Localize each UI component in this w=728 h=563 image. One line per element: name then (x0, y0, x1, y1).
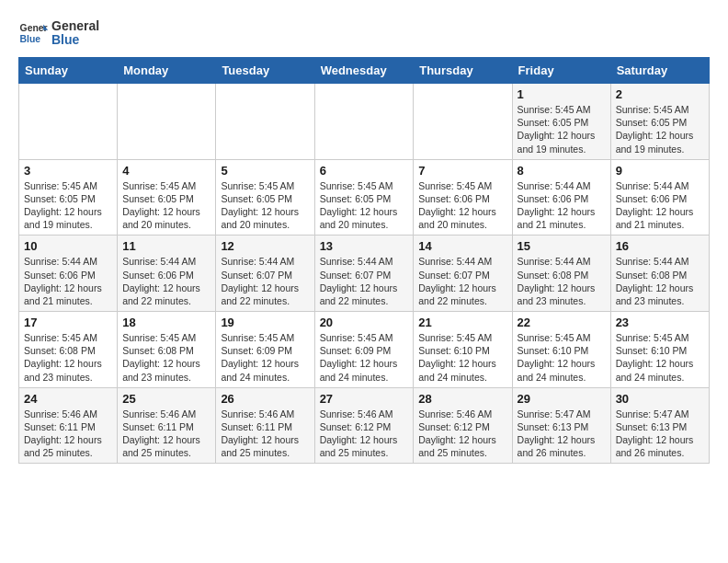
day-cell: 17Sunrise: 5:45 AM Sunset: 6:08 PM Dayli… (19, 312, 118, 388)
day-cell: 9Sunrise: 5:44 AM Sunset: 6:06 PM Daylig… (610, 159, 709, 236)
week-row-1: 1Sunrise: 5:45 AM Sunset: 6:05 PM Daylig… (19, 84, 710, 160)
day-info: Sunrise: 5:46 AM Sunset: 6:12 PM Dayligh… (320, 408, 409, 460)
day-cell: 20Sunrise: 5:45 AM Sunset: 6:09 PM Dayli… (314, 312, 414, 388)
day-info: Sunrise: 5:44 AM Sunset: 6:08 PM Dayligh… (616, 255, 704, 307)
day-info: Sunrise: 5:45 AM Sunset: 6:10 PM Dayligh… (518, 331, 606, 384)
day-number: 17 (24, 316, 112, 329)
day-number: 2 (616, 87, 704, 101)
day-cell: 15Sunrise: 5:44 AM Sunset: 6:08 PM Dayli… (512, 236, 610, 312)
day-cell: 26Sunrise: 5:46 AM Sunset: 6:11 PM Dayli… (216, 387, 314, 464)
day-cell: 19Sunrise: 5:45 AM Sunset: 6:09 PM Dayli… (216, 312, 314, 388)
day-number: 26 (221, 392, 309, 406)
day-info: Sunrise: 5:45 AM Sunset: 6:10 PM Dayligh… (418, 331, 506, 384)
day-number: 8 (518, 164, 606, 178)
day-number: 30 (616, 392, 704, 406)
day-cell: 25Sunrise: 5:46 AM Sunset: 6:11 PM Dayli… (118, 387, 216, 464)
day-cell: 2Sunrise: 5:45 AM Sunset: 6:05 PM Daylig… (610, 84, 709, 160)
day-number: 1 (518, 87, 606, 101)
day-cell: 12Sunrise: 5:44 AM Sunset: 6:07 PM Dayli… (216, 236, 314, 312)
day-number: 21 (418, 316, 506, 329)
day-number: 14 (418, 239, 506, 253)
day-number: 20 (320, 316, 409, 329)
day-info: Sunrise: 5:44 AM Sunset: 6:06 PM Dayligh… (518, 179, 606, 232)
day-number: 5 (221, 164, 309, 178)
day-info: Sunrise: 5:44 AM Sunset: 6:07 PM Dayligh… (418, 255, 506, 307)
day-cell: 4Sunrise: 5:45 AM Sunset: 6:05 PM Daylig… (118, 159, 216, 236)
day-cell: 29Sunrise: 5:47 AM Sunset: 6:13 PM Dayli… (512, 387, 610, 464)
day-info: Sunrise: 5:45 AM Sunset: 6:09 PM Dayligh… (320, 331, 409, 384)
day-number: 27 (320, 392, 409, 406)
day-number: 3 (24, 164, 112, 178)
day-number: 29 (518, 392, 606, 406)
day-info: Sunrise: 5:44 AM Sunset: 6:06 PM Dayligh… (24, 255, 112, 307)
week-row-3: 10Sunrise: 5:44 AM Sunset: 6:06 PM Dayli… (19, 236, 710, 312)
day-info: Sunrise: 5:45 AM Sunset: 6:09 PM Dayligh… (221, 331, 309, 384)
day-cell: 7Sunrise: 5:45 AM Sunset: 6:06 PM Daylig… (414, 159, 512, 236)
day-info: Sunrise: 5:46 AM Sunset: 6:11 PM Dayligh… (122, 408, 210, 460)
day-number: 15 (518, 239, 606, 253)
day-number: 19 (221, 316, 309, 329)
day-number: 11 (122, 239, 210, 253)
logo-blue: Blue (51, 33, 99, 47)
weekday-header-wednesday: Wednesday (314, 58, 414, 84)
day-number: 23 (616, 316, 704, 329)
day-info: Sunrise: 5:47 AM Sunset: 6:13 PM Dayligh… (616, 408, 704, 460)
day-info: Sunrise: 5:44 AM Sunset: 6:07 PM Dayligh… (221, 255, 309, 307)
day-cell (314, 84, 414, 160)
day-number: 28 (418, 392, 506, 406)
day-number: 9 (616, 164, 704, 178)
day-number: 24 (24, 392, 112, 406)
weekday-header-tuesday: Tuesday (216, 58, 314, 84)
svg-text:Blue: Blue (20, 34, 41, 44)
day-number: 22 (518, 316, 606, 329)
day-info: Sunrise: 5:44 AM Sunset: 6:07 PM Dayligh… (320, 255, 409, 307)
day-info: Sunrise: 5:44 AM Sunset: 6:08 PM Dayligh… (518, 255, 606, 307)
day-cell (414, 84, 512, 160)
day-number: 18 (122, 316, 210, 329)
day-info: Sunrise: 5:45 AM Sunset: 6:05 PM Dayligh… (24, 179, 112, 232)
day-info: Sunrise: 5:44 AM Sunset: 6:06 PM Dayligh… (122, 255, 210, 307)
day-info: Sunrise: 5:45 AM Sunset: 6:10 PM Dayligh… (616, 331, 704, 384)
day-cell: 10Sunrise: 5:44 AM Sunset: 6:06 PM Dayli… (19, 236, 118, 312)
day-number: 4 (122, 164, 210, 178)
weekday-header-monday: Monday (118, 58, 216, 84)
day-cell: 14Sunrise: 5:44 AM Sunset: 6:07 PM Dayli… (414, 236, 512, 312)
day-cell (118, 84, 216, 160)
weekday-header-row: SundayMondayTuesdayWednesdayThursdayFrid… (19, 58, 710, 84)
day-cell: 13Sunrise: 5:44 AM Sunset: 6:07 PM Dayli… (314, 236, 414, 312)
logo: General Blue General Blue (18, 18, 99, 48)
day-info: Sunrise: 5:46 AM Sunset: 6:11 PM Dayligh… (221, 408, 309, 460)
day-info: Sunrise: 5:45 AM Sunset: 6:05 PM Dayligh… (616, 103, 704, 155)
day-info: Sunrise: 5:45 AM Sunset: 6:05 PM Dayligh… (221, 179, 309, 232)
day-cell: 5Sunrise: 5:45 AM Sunset: 6:05 PM Daylig… (216, 159, 314, 236)
calendar-table: SundayMondayTuesdayWednesdayThursdayFrid… (18, 57, 710, 464)
day-info: Sunrise: 5:45 AM Sunset: 6:08 PM Dayligh… (24, 331, 112, 384)
week-row-2: 3Sunrise: 5:45 AM Sunset: 6:05 PM Daylig… (19, 159, 710, 236)
day-info: Sunrise: 5:46 AM Sunset: 6:11 PM Dayligh… (24, 408, 112, 460)
day-cell: 8Sunrise: 5:44 AM Sunset: 6:06 PM Daylig… (512, 159, 610, 236)
day-cell (216, 84, 314, 160)
day-number: 13 (320, 239, 409, 253)
day-number: 12 (221, 239, 309, 253)
day-cell: 23Sunrise: 5:45 AM Sunset: 6:10 PM Dayli… (610, 312, 709, 388)
day-cell: 27Sunrise: 5:46 AM Sunset: 6:12 PM Dayli… (314, 387, 414, 464)
day-info: Sunrise: 5:46 AM Sunset: 6:12 PM Dayligh… (418, 408, 506, 460)
day-cell: 6Sunrise: 5:45 AM Sunset: 6:05 PM Daylig… (314, 159, 414, 236)
day-info: Sunrise: 5:47 AM Sunset: 6:13 PM Dayligh… (518, 408, 606, 460)
day-info: Sunrise: 5:44 AM Sunset: 6:06 PM Dayligh… (616, 179, 704, 232)
day-info: Sunrise: 5:45 AM Sunset: 6:05 PM Dayligh… (320, 179, 409, 232)
weekday-header-friday: Friday (512, 58, 610, 84)
day-cell: 24Sunrise: 5:46 AM Sunset: 6:11 PM Dayli… (19, 387, 118, 464)
day-info: Sunrise: 5:45 AM Sunset: 6:05 PM Dayligh… (518, 103, 606, 155)
logo-icon: General Blue (18, 18, 48, 48)
day-cell: 28Sunrise: 5:46 AM Sunset: 6:12 PM Dayli… (414, 387, 512, 464)
day-cell: 3Sunrise: 5:45 AM Sunset: 6:05 PM Daylig… (19, 159, 118, 236)
day-number: 6 (320, 164, 409, 178)
day-cell: 22Sunrise: 5:45 AM Sunset: 6:10 PM Dayli… (512, 312, 610, 388)
weekday-header-thursday: Thursday (414, 58, 512, 84)
day-cell: 16Sunrise: 5:44 AM Sunset: 6:08 PM Dayli… (610, 236, 709, 312)
day-number: 10 (24, 239, 112, 253)
day-cell: 21Sunrise: 5:45 AM Sunset: 6:10 PM Dayli… (414, 312, 512, 388)
day-info: Sunrise: 5:45 AM Sunset: 6:06 PM Dayligh… (418, 179, 506, 232)
weekday-header-saturday: Saturday (610, 58, 709, 84)
